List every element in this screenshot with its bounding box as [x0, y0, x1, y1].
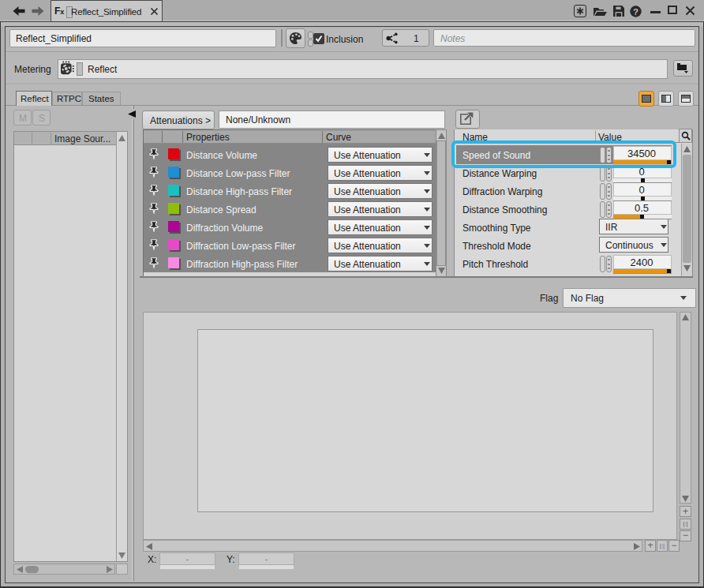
- svg-text:?: ?: [633, 7, 638, 17]
